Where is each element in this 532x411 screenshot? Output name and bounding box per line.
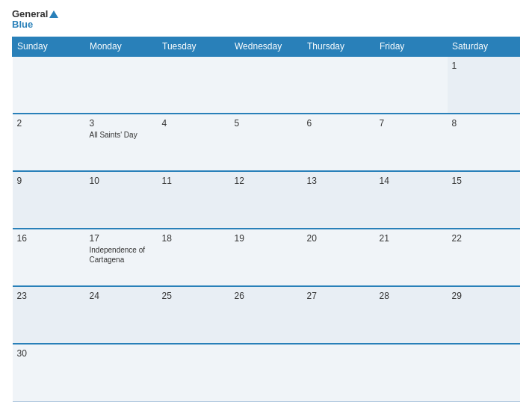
calendar-cell [303,56,375,114]
day-number: 29 [452,291,516,301]
calendar-table: SundayMondayTuesdayWednesdayThursdayFrid… [12,37,520,402]
calendar-header-row: SundayMondayTuesdayWednesdayThursdayFrid… [13,37,520,56]
calendar-cell: 27 [303,286,375,344]
day-number: 27 [307,291,371,301]
calendar-cell: 29 [448,286,520,344]
calendar-cell: 8 [448,114,520,171]
logo: General Blue [12,9,58,31]
calendar-cell [85,56,158,114]
calendar-cell [230,344,303,401]
day-number: 19 [235,233,298,244]
calendar-cell: 23 [13,286,85,344]
calendar-cell: 25 [158,286,230,344]
event-label: Independence of Cartagena [90,245,153,265]
day-number: 4 [162,118,226,129]
calendar-cell [375,56,448,114]
day-number: 22 [452,233,516,244]
weekday-header-monday: Monday [85,37,158,56]
weekday-header-row: SundayMondayTuesdayWednesdayThursdayFrid… [13,37,520,56]
day-number: 16 [17,233,81,244]
calendar-cell: 15 [448,171,520,229]
calendar-cell [85,344,158,401]
calendar-body: 123All Saints' Day4567891011121314151617… [13,56,520,402]
day-number: 18 [162,233,226,244]
day-number: 28 [380,291,443,301]
calendar-cell [13,56,85,114]
day-number: 3 [90,118,153,129]
day-number: 6 [307,118,371,129]
calendar-header: General Blue [12,9,520,31]
day-number: 11 [162,176,226,186]
day-number: 30 [17,348,81,359]
weekday-header-tuesday: Tuesday [158,37,230,56]
day-number: 24 [90,291,153,301]
weekday-header-thursday: Thursday [303,37,375,56]
calendar-cell: 17Independence of Cartagena [85,229,158,286]
logo-blue-text: Blue [12,19,58,30]
calendar-cell: 19 [230,229,303,286]
day-number: 15 [452,176,516,186]
calendar-cell: 12 [230,171,303,229]
calendar-cell: 26 [230,286,303,344]
calendar-week-row: 30 [13,344,520,401]
calendar-cell: 9 [13,171,85,229]
calendar-week-row: 9101112131415 [13,171,520,229]
calendar-page: General Blue SundayMondayTuesdayWednesda… [0,0,532,411]
calendar-cell: 13 [303,171,375,229]
day-number: 14 [380,176,443,186]
day-number: 8 [452,118,516,129]
day-number: 1 [452,61,516,71]
day-number: 12 [235,176,298,186]
day-number: 25 [162,291,226,301]
calendar-cell: 1 [448,56,520,114]
calendar-cell: 16 [13,229,85,286]
day-number: 10 [90,176,153,186]
day-number: 13 [307,176,371,186]
calendar-week-row: 23242526272829 [13,286,520,344]
calendar-cell: 5 [230,114,303,171]
calendar-cell: 6 [303,114,375,171]
logo-general-text: General [12,9,48,19]
weekday-header-sunday: Sunday [13,37,85,56]
calendar-cell [303,344,375,401]
calendar-week-row: 1617Independence of Cartagena1819202122 [13,229,520,286]
calendar-cell: 24 [85,286,158,344]
calendar-cell: 10 [85,171,158,229]
calendar-cell [448,344,520,401]
weekday-header-wednesday: Wednesday [230,37,303,56]
weekday-header-friday: Friday [375,37,448,56]
weekday-header-saturday: Saturday [448,37,520,56]
calendar-cell [230,56,303,114]
day-number: 20 [307,233,371,244]
calendar-cell [158,344,230,401]
day-number: 2 [17,118,81,129]
calendar-cell: 18 [158,229,230,286]
logo-triangle-icon [49,10,58,18]
calendar-cell: 2 [13,114,85,171]
day-number: 9 [17,176,81,186]
calendar-cell [158,56,230,114]
calendar-cell: 4 [158,114,230,171]
calendar-cell: 11 [158,171,230,229]
calendar-cell: 22 [448,229,520,286]
calendar-cell: 20 [303,229,375,286]
calendar-cell [375,344,448,401]
calendar-cell: 7 [375,114,448,171]
calendar-cell: 14 [375,171,448,229]
calendar-week-row: 23All Saints' Day45678 [13,114,520,171]
day-number: 7 [380,118,443,129]
day-number: 21 [380,233,443,244]
day-number: 17 [90,233,153,244]
event-label: All Saints' Day [90,130,153,140]
calendar-week-row: 1 [13,56,520,114]
calendar-cell: 3All Saints' Day [85,114,158,171]
day-number: 5 [235,118,298,129]
calendar-cell: 30 [13,344,85,401]
calendar-cell: 21 [375,229,448,286]
calendar-cell: 28 [375,286,448,344]
day-number: 23 [17,291,81,301]
day-number: 26 [235,291,298,301]
